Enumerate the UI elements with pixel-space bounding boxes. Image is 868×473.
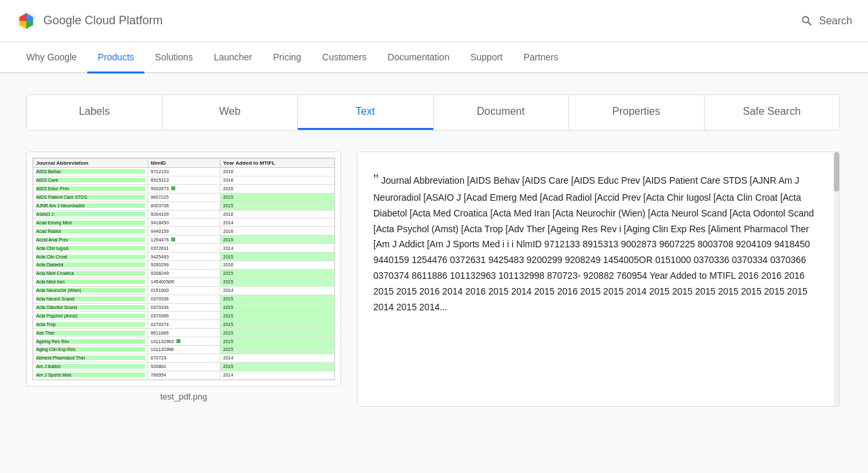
nav-item-support[interactable]: Support bbox=[460, 42, 513, 73]
table-row: AIDS Care 8915313 2016 bbox=[33, 176, 335, 184]
tab-properties[interactable]: Properties bbox=[569, 95, 705, 130]
table-row: Acta Odontol Scand 0370334 2015 bbox=[33, 303, 335, 312]
table-mockup: Journal Abbreviation NlmID Year Added to… bbox=[33, 158, 335, 380]
table-row: Accid Anal Prev 1254476 2015 bbox=[33, 236, 335, 244]
table-row: Acta Neurol Scand 0370336 2015 bbox=[33, 295, 335, 303]
nav-item-customers[interactable]: Customers bbox=[312, 42, 377, 73]
tab-text[interactable]: Text bbox=[298, 95, 434, 130]
image-section: Journal Abbreviation NlmID Year Added to… bbox=[26, 152, 341, 407]
table-row: Aliment Pharmacol Ther 870723- 2014 bbox=[33, 354, 335, 362]
tabs-bar: Labels Web Text Document Properties Safe… bbox=[26, 94, 840, 131]
table-row: Acta Clin Croat 9425483 2015 bbox=[33, 253, 335, 261]
table-row: Am J Addict 920882 2015 bbox=[33, 362, 335, 371]
quote-mark: " bbox=[373, 172, 379, 186]
tab-web[interactable]: Web bbox=[163, 95, 299, 130]
scrollbar-track[interactable] bbox=[834, 152, 839, 406]
nav-item-solutions[interactable]: Solutions bbox=[144, 42, 203, 73]
logo-text: Google Cloud Platform bbox=[43, 14, 163, 28]
logo-area: Google Cloud Platform bbox=[16, 10, 800, 31]
table-row: AJNR Am J Neuroradiol 8003708 2015 bbox=[33, 201, 335, 210]
nav-item-documentation[interactable]: Documentation bbox=[377, 42, 460, 73]
table-row: Am J Sports Med 760954 2014 bbox=[33, 371, 335, 379]
table-row: Aging Clin Exp Res 101132998 2015 bbox=[33, 346, 335, 354]
search-area[interactable]: Search bbox=[800, 14, 852, 28]
gcp-logo-icon bbox=[16, 10, 37, 31]
text-result[interactable]: " Journal Abbreviation [AIDS Behav [AIDS… bbox=[357, 152, 840, 407]
tab-safe-search[interactable]: Safe Search bbox=[705, 95, 840, 130]
header: Google Cloud Platform Search bbox=[0, 0, 868, 42]
search-icon bbox=[800, 14, 814, 28]
table-row: Acta Chir Iugosl 0372631 2014 bbox=[33, 244, 335, 253]
tab-document[interactable]: Document bbox=[434, 95, 569, 130]
preview-image: Journal Abbreviation NlmID Year Added to… bbox=[32, 157, 335, 380]
table-row: Acad Emerg Med 9418450 2014 bbox=[33, 218, 335, 227]
search-label: Search bbox=[819, 15, 852, 27]
nav-item-partners[interactable]: Partners bbox=[513, 42, 569, 73]
main-content: Labels Web Text Document Properties Safe… bbox=[0, 73, 868, 473]
nav-item-pricing[interactable]: Pricing bbox=[262, 42, 312, 73]
table-row: Acta Neurochir (Wien) 0151000 2014 bbox=[33, 286, 335, 295]
nav-item-why-google[interactable]: Why Google bbox=[16, 42, 87, 73]
table-row: Ageing Res Rev 101132963 2015 bbox=[33, 337, 335, 346]
table-row: Acad Radiol 9440159 2016 bbox=[33, 227, 335, 236]
scrollbar-thumb[interactable] bbox=[834, 152, 839, 192]
content-area: Journal Abbreviation NlmID Year Added to… bbox=[26, 152, 840, 407]
table-row: Acta Diabetol 9200299 2016 bbox=[33, 260, 335, 269]
table-row: AIDS Educ Prev 9002873 2016 bbox=[33, 184, 335, 193]
table-row: AIDS Patient Care STDS 9607225 2015 bbox=[33, 193, 335, 201]
table-row: Adv Ther 8611886 2015 bbox=[33, 329, 335, 337]
nav-item-launcher[interactable]: Launcher bbox=[203, 42, 262, 73]
table-row: Acta Psychol (Amst) 0370366 2015 bbox=[33, 312, 335, 320]
nav-item-products[interactable]: Products bbox=[87, 42, 144, 73]
table-row: AIDS Behav 9712133 2016 bbox=[33, 168, 335, 176]
table-row: Acta Trop 0270374 2015 bbox=[33, 320, 335, 329]
image-container: Journal Abbreviation NlmID Year Added to… bbox=[26, 152, 341, 386]
result-text-content: " Journal Abbreviation [AIDS Behav [AIDS… bbox=[373, 168, 823, 315]
tab-labels[interactable]: Labels bbox=[27, 95, 163, 130]
main-nav: Why Google Products Solutions Launcher P… bbox=[0, 42, 868, 73]
table-row: Acta Med Croatica 9208249 2015 bbox=[33, 269, 335, 278]
image-caption: test_pdf.png bbox=[26, 386, 341, 407]
table-row: Acta Med Iran 14540050R 2015 bbox=[33, 278, 335, 286]
table-row: ASAIO J 9204109 2016 bbox=[33, 210, 335, 218]
